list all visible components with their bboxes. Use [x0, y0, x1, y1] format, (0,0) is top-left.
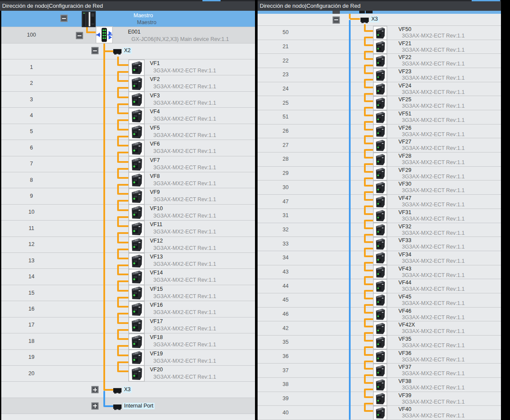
inverter-icon [128, 333, 145, 350]
device-name: VF2 [150, 76, 160, 83]
inverter-icon [128, 365, 145, 382]
port-icon-fragment [359, 11, 365, 13]
device-name: VF35 [398, 336, 411, 342]
tree-line-chain [118, 71, 129, 73]
port-icon [113, 403, 122, 411]
tree-row-master[interactable] [0, 11, 255, 27]
tree-line-chain [365, 332, 373, 334]
node-address-cell: 28 [255, 156, 316, 162]
device-model: 3G3AX-MX2-ECT Rev:1.1 [402, 258, 465, 264]
device-model: 3G3AX-MX2-ECT Rev:1.1 [402, 75, 465, 81]
tree-line-chain [365, 403, 373, 404]
tree-line-chain [118, 64, 129, 66]
tree-line-chain [118, 345, 129, 347]
expand-button-port-x3[interactable] [91, 386, 99, 393]
inverter-icon [128, 59, 145, 76]
inverter-icon [373, 251, 387, 265]
node-address-cell: 44 [255, 283, 316, 289]
inverter-icon [128, 301, 145, 317]
device-model: 3G3AX-MX2-ECT Rev:1.1 [402, 187, 465, 194]
expand-button-port-x2[interactable] [91, 47, 99, 54]
tree-line-chain [365, 389, 373, 390]
inverter-icon [128, 91, 145, 108]
device-name: VF17 [150, 318, 163, 325]
inverter-icon [128, 221, 145, 237]
device-model: 3G3AX-MX2-ECT Rev:1.1 [402, 357, 465, 363]
tree-line-chain [365, 220, 373, 221]
device-model: 3G3AX-MX2-ECT Rev:1.1 [402, 61, 465, 67]
node-address-cell: 2 [1, 80, 62, 87]
node-address-cell: 21 [255, 44, 316, 50]
device-model: Maestro [137, 19, 156, 26]
node-address-cell: 4 [1, 112, 62, 119]
device-name: VF38 [398, 378, 411, 385]
panel-header: Dirección de nodo|Configuración de Red [0, 1, 255, 11]
port-label[interactable]: X3 [123, 386, 132, 393]
node-address-cell: 13 [1, 258, 62, 264]
device-model: 3G3AX-MX2-ECT Rev:1.1 [402, 202, 465, 208]
inverter-icon [373, 406, 387, 420]
network-configuration-view: Dirección de nodo|Configuración de Red M… [0, 0, 510, 420]
inverter-icon [128, 156, 145, 172]
inverter-icon [128, 75, 145, 92]
tree-line-chain [365, 121, 373, 123]
partially-visible-selected-row[interactable] [258, 11, 501, 14]
device-name: VF22 [398, 54, 411, 61]
tree-line-chain [118, 200, 129, 202]
tree-line-chain [118, 168, 129, 170]
tree-row-port-x3[interactable] [258, 14, 501, 26]
device-model: 3G3AX-MX2-ECT Rev:1.1 [402, 244, 465, 250]
inverter-icon [128, 269, 145, 285]
inverter-icon [373, 223, 387, 237]
node-address-cell: 6 [1, 145, 62, 151]
expand-button-coupler[interactable] [76, 32, 83, 39]
tree-line-chain [365, 58, 373, 60]
tree-line-chain [118, 112, 129, 114]
port-label[interactable]: Internal Port [123, 403, 155, 409]
device-model: 3G3AX-MX2-ECT Rev:1.1 [153, 229, 216, 235]
tree-line-chain [365, 199, 373, 201]
inverter-icon [373, 195, 387, 209]
device-model: 3G3AX-MX2-ECT Rev:1.1 [153, 213, 216, 219]
node-address-cell: 46 [255, 311, 316, 317]
inverter-icon [128, 236, 145, 253]
tree-line-chain [118, 193, 129, 195]
expand-button-port-x3[interactable] [333, 16, 340, 24]
device-name: VF3 [150, 93, 160, 99]
inverter-icon [128, 285, 145, 301]
panel-header: Dirección de nodo|Configuración de Red [258, 1, 501, 11]
inverter-icon [373, 68, 387, 82]
inverter-icon [373, 110, 387, 124]
node-address-cell: 22 [255, 58, 316, 64]
device-model: 3G3AX-MX2-ECT Rev:1.1 [153, 326, 216, 332]
node-address-cell: 8 [1, 177, 62, 184]
device-model: 3G3AX-MX2-ECT Rev:1.1 [153, 132, 216, 139]
node-address-cell: 20 [1, 370, 62, 377]
tree-line-chain [118, 136, 129, 137]
tree-line-chain [365, 30, 373, 32]
tree-line-chain [365, 143, 373, 144]
device-name: VF26 [398, 125, 411, 131]
tree-line-chain [118, 209, 129, 211]
inverter-icon [373, 180, 387, 195]
expand-button-master[interactable] [60, 15, 68, 22]
inverter-icon [373, 307, 387, 321]
node-address-cell: 47 [255, 199, 316, 205]
inverter-icon [373, 335, 387, 349]
device-model: 3G3AX-MX2-ECT Rev:1.1 [153, 374, 216, 380]
device-name: VF14 [150, 270, 163, 276]
expand-button-port-internal[interactable] [91, 402, 99, 410]
device-model: 3G3AX-MX2-ECT Rev:1.1 [153, 358, 216, 364]
node-address-cell: 100 [1, 32, 62, 38]
inverter-icon [373, 82, 387, 96]
tree-line-chain [365, 312, 373, 314]
device-model: 3G3AX-MX2-ECT Rev:1.1 [402, 300, 465, 307]
node-address-cell: 33 [255, 241, 316, 247]
device-name: VF50 [398, 26, 411, 33]
tree-line-chain [365, 410, 373, 412]
port-label[interactable]: X2 [123, 47, 132, 54]
device-name: VF45 [398, 294, 411, 300]
device-name: VF39 [398, 392, 411, 399]
port-label[interactable]: X3 [370, 16, 379, 22]
device-model: 3G3AX-MX2-ECT Rev:1.1 [153, 180, 216, 187]
